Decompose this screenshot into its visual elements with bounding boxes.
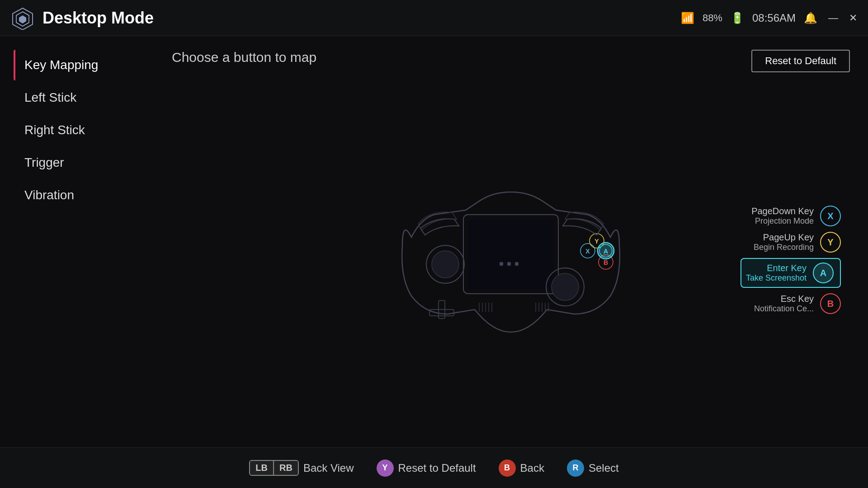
sidebar-item-left-stick[interactable]: Left Stick: [14, 82, 145, 113]
pageup-action-label: Begin Recording: [754, 243, 814, 252]
content-area: Choose a button to map Reset to Default: [145, 36, 868, 447]
select-label: Select: [589, 462, 619, 474]
mapping-text-pagedown: PageDown Key Projection Mode: [751, 206, 814, 226]
controller-area: X B Y A: [172, 81, 850, 438]
mapping-row-esc[interactable]: Esc Key Notification Ce... B: [741, 293, 841, 314]
back-view-label: Back View: [303, 462, 354, 474]
mapping-row-pageup[interactable]: PageUp Key Begin Recording Y: [741, 232, 841, 253]
battery-percent: 88%: [703, 12, 722, 24]
choose-label: Choose a button to map: [172, 50, 316, 65]
esc-key-label: Esc Key: [754, 294, 814, 304]
svg-text:Y: Y: [594, 238, 599, 245]
content-header: Choose a button to map Reset to Default: [172, 50, 850, 72]
mapping-row-enter[interactable]: Enter Key Take Screenshot A: [741, 258, 841, 288]
mapping-text-enter: Enter Key Take Screenshot: [746, 263, 807, 283]
enter-key-label: Enter Key: [746, 263, 807, 273]
mapping-text-pageup: PageUp Key Begin Recording: [754, 232, 814, 252]
sidebar-item-trigger[interactable]: Trigger: [14, 147, 145, 178]
svg-rect-8: [429, 310, 454, 316]
back-action: B Back: [499, 460, 544, 477]
mapping-row-pagedown[interactable]: PageDown Key Projection Mode X: [741, 206, 841, 226]
clock: 08:56AM: [752, 12, 796, 24]
main-layout: Key Mapping Left Stick Right Stick Trigg…: [0, 36, 868, 447]
b-button-circle: B: [820, 293, 841, 314]
reset-to-default-button[interactable]: Reset to Default: [751, 50, 850, 72]
reset-action: Y Reset to Default: [377, 460, 476, 477]
svg-point-10: [552, 273, 579, 300]
minimize-button[interactable]: —: [828, 12, 838, 24]
lb-rb-box: LB RB: [249, 460, 299, 476]
b-bottom-circle: B: [499, 460, 516, 477]
sidebar-item-key-mapping[interactable]: Key Mapping: [14, 50, 145, 80]
y-bottom-circle: Y: [377, 460, 394, 477]
svg-rect-4: [468, 219, 554, 289]
pagedown-action-label: Projection Mode: [751, 216, 814, 226]
rb-label: RB: [274, 461, 298, 475]
window-controls: — ✕: [828, 12, 857, 24]
bottombar: LB RB Back View Y Reset to Default B Bac…: [0, 447, 868, 488]
esc-action-label: Notification Ce...: [754, 304, 814, 314]
y-button-circle: Y: [820, 232, 841, 253]
reset-label: Reset to Default: [398, 462, 476, 474]
mapping-text-esc: Esc Key Notification Ce...: [754, 294, 814, 314]
close-button[interactable]: ✕: [849, 12, 857, 24]
app-title: Desktop Mode: [42, 9, 681, 28]
back-view-action: LB RB Back View: [249, 460, 354, 476]
status-area: 📶 88% 🔋 08:56AM 🔔: [681, 12, 817, 24]
a-button-circle: A: [813, 263, 834, 283]
svg-rect-21: [507, 262, 511, 266]
svg-rect-20: [500, 262, 503, 266]
back-label: Back: [520, 462, 544, 474]
sidebar-item-vibration[interactable]: Vibration: [14, 180, 145, 211]
wifi-icon: 📶: [681, 12, 694, 24]
titlebar: Desktop Mode 📶 88% 🔋 08:56AM 🔔 — ✕: [0, 0, 868, 36]
svg-point-6: [432, 251, 459, 278]
svg-text:X: X: [585, 248, 590, 255]
enter-action-label: Take Screenshot: [746, 273, 807, 283]
battery-icon: 🔋: [731, 12, 744, 24]
controller-illustration: X B Y A: [375, 183, 646, 337]
lb-label: LB: [250, 461, 274, 475]
svg-text:A: A: [604, 248, 608, 255]
svg-rect-22: [515, 262, 519, 266]
select-action[interactable]: R Select: [567, 460, 619, 477]
r-bottom-circle: R: [567, 460, 584, 477]
svg-text:B: B: [604, 259, 608, 266]
app-logo: [11, 6, 34, 30]
bell-icon: 🔔: [804, 12, 817, 24]
x-button-circle: X: [820, 206, 841, 226]
pageup-key-label: PageUp Key: [754, 232, 814, 243]
pagedown-key-label: PageDown Key: [751, 206, 814, 216]
button-mappings: PageDown Key Projection Mode X PageUp Ke…: [741, 206, 850, 314]
sidebar: Key Mapping Left Stick Right Stick Trigg…: [0, 36, 145, 447]
sidebar-item-right-stick[interactable]: Right Stick: [14, 115, 145, 145]
svg-marker-2: [19, 15, 26, 23]
